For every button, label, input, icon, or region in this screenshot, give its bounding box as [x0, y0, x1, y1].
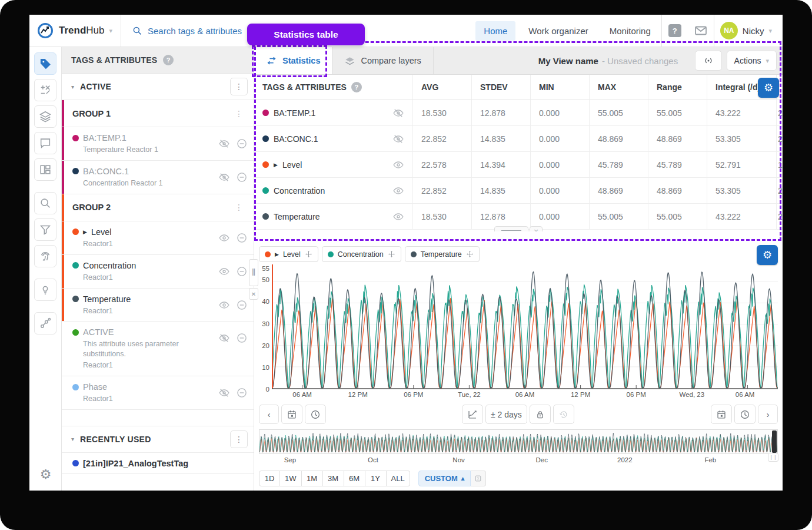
help-circle-icon[interactable]: ?: [351, 82, 362, 92]
messages-button[interactable]: [688, 15, 714, 47]
section-menu-button[interactable]: ⋮: [230, 78, 248, 95]
range-6m-button[interactable]: 6M: [344, 471, 365, 486]
remove-circle-icon[interactable]: [236, 171, 248, 183]
visibility-on-icon[interactable]: [218, 266, 230, 277]
tool-search[interactable]: [34, 192, 56, 214]
move-icon[interactable]: [388, 250, 395, 258]
start-date-button[interactable]: [281, 405, 302, 424]
remove-circle-icon[interactable]: [236, 299, 248, 311]
legend-chip-level[interactable]: ▶ Level: [259, 246, 318, 262]
visibility-off-icon[interactable]: [392, 107, 404, 119]
clear-custom-range-button[interactable]: [471, 471, 486, 486]
duration-button[interactable]: ± 2 days: [485, 405, 527, 424]
context-range-handle[interactable]: [772, 430, 777, 453]
remove-circle-icon[interactable]: [236, 332, 248, 344]
chart-settings-button[interactable]: ⚙: [757, 245, 778, 265]
group-menu-icon[interactable]: ⋮: [231, 201, 247, 213]
move-icon[interactable]: [305, 250, 312, 258]
tool-recommendations[interactable]: [34, 279, 56, 301]
panel-resize-handle[interactable]: [494, 226, 528, 231]
visibility-on-icon[interactable]: [392, 185, 404, 197]
move-icon[interactable]: [466, 250, 474, 258]
tool-layers[interactable]: [34, 105, 56, 128]
live-broadcast-button[interactable]: [695, 51, 722, 71]
nav-link-work-organizer[interactable]: Work organizer: [520, 21, 596, 41]
history-button[interactable]: [553, 405, 574, 424]
nav-link-home[interactable]: Home: [475, 21, 515, 41]
table-settings-button[interactable]: ⚙: [758, 78, 779, 98]
col-header-range[interactable]: Range: [648, 75, 707, 100]
range-custom-button[interactable]: CUSTOM▴: [418, 471, 471, 486]
tool-filter[interactable]: [34, 218, 56, 241]
tool-calculations[interactable]: [34, 79, 56, 101]
actions-button[interactable]: Actions ▾: [727, 51, 777, 71]
trend-plot[interactable]: 55 50 40 30 20 10 0: [272, 264, 778, 389]
tool-fingerprint[interactable]: [34, 245, 56, 267]
visibility-on-icon[interactable]: [218, 232, 230, 244]
remove-circle-icon[interactable]: [236, 387, 248, 399]
nav-link-monitoring[interactable]: Monitoring: [601, 21, 659, 41]
brand[interactable]: TrendHub ▾: [29, 22, 121, 39]
remove-circle-icon[interactable]: [236, 138, 248, 150]
collapse-caret-icon[interactable]: ▾: [71, 436, 74, 442]
tab-compare-layers[interactable]: Compare layers: [332, 47, 433, 74]
visibility-on-icon[interactable]: [392, 211, 404, 223]
visibility-off-icon[interactable]: [218, 387, 230, 399]
tag-item-concentration[interactable]: Concentration Reactor1: [62, 255, 254, 289]
start-time-button[interactable]: [305, 405, 326, 424]
range-1d-button[interactable]: 1D: [259, 471, 280, 486]
tag-item-temperature[interactable]: Temperature Reactor1: [62, 289, 254, 322]
tag-item-phase[interactable]: Phase Reactor1: [62, 376, 254, 410]
sidebar-close-handle[interactable]: ✕: [249, 288, 258, 300]
visibility-off-icon[interactable]: [218, 332, 230, 344]
pan-right-button[interactable]: ›: [758, 405, 778, 424]
tag-item-level[interactable]: ▶Level Reactor1: [62, 221, 254, 255]
tab-statistics[interactable]: Statistics: [254, 47, 332, 74]
trend-compare-button[interactable]: [462, 405, 483, 424]
col-header-avg[interactable]: AVG: [413, 75, 472, 100]
legend-chip-concentration[interactable]: Concentration: [322, 246, 401, 262]
pan-left-button[interactable]: ‹: [259, 405, 279, 424]
search-input[interactable]: Search tags & attributes: [121, 25, 252, 36]
tool-dashboard[interactable]: [34, 158, 56, 181]
visibility-on-icon[interactable]: [218, 299, 230, 311]
user-menu[interactable]: NA Nicky ▾: [714, 22, 783, 39]
tool-context-graph[interactable]: [34, 312, 56, 334]
col-header-stdev[interactable]: STDEV: [472, 75, 531, 100]
col-header-tags[interactable]: TAGS & ATTRIBUTES?: [254, 75, 413, 100]
end-time-button[interactable]: [734, 405, 756, 424]
col-header-max[interactable]: MAX: [590, 75, 648, 100]
range-all-button[interactable]: ALL: [387, 471, 410, 486]
settings-gear-icon[interactable]: ⚙: [29, 467, 62, 482]
tag-item-recent-partial[interactable]: [21in]IP21_AnalogTestTag: [62, 453, 254, 474]
table-row[interactable]: BA:CONC.122.85214.8350.00048.86948.86953…: [254, 126, 783, 152]
visibility-on-icon[interactable]: [392, 159, 404, 171]
help-circle-icon[interactable]: ?: [163, 55, 174, 65]
brand-chevron-down-icon[interactable]: ▾: [109, 27, 112, 35]
section-menu-button[interactable]: ⋮: [230, 430, 248, 448]
remove-circle-icon[interactable]: [236, 232, 248, 244]
range-1y-button[interactable]: 1Y: [365, 471, 387, 486]
end-date-button[interactable]: [711, 405, 732, 424]
group-menu-icon[interactable]: ⋮: [231, 108, 247, 120]
remove-circle-icon[interactable]: [236, 266, 248, 277]
visibility-off-icon[interactable]: [218, 171, 230, 183]
col-header-min[interactable]: MIN: [531, 75, 590, 100]
range-3m-button[interactable]: 3M: [323, 471, 344, 486]
panel-close-button[interactable]: ✕: [530, 226, 543, 231]
tag-item-active-attribute[interactable]: ACTIVE This attribute uses parameter sub…: [62, 322, 254, 376]
table-row[interactable]: Concentration22.85214.8350.00048.86948.8…: [254, 178, 783, 204]
table-row[interactable]: BA:TEMP.118.53012.8780.00055.00555.00543…: [254, 100, 783, 126]
context-overview-strip[interactable]: ❘❘: [259, 429, 778, 454]
table-row[interactable]: ▶Level22.57814.3940.00045.78945.78952.79…: [254, 152, 783, 178]
tool-comments[interactable]: [34, 132, 56, 154]
tag-item-ba-temp-1[interactable]: BA:TEMP.1 Temperature Reactor 1: [62, 127, 254, 161]
visibility-off-icon[interactable]: [218, 138, 230, 150]
tool-tags[interactable]: [34, 52, 56, 75]
legend-chip-temperature[interactable]: Temperature: [405, 246, 480, 262]
sidebar-collapse-handle[interactable]: ‖: [249, 259, 258, 286]
tag-item-ba-conc-1[interactable]: BA:CONC.1 Concentration Reactor 1: [62, 161, 254, 194]
lock-interval-button[interactable]: [530, 405, 551, 424]
range-1w-button[interactable]: 1W: [280, 471, 302, 486]
visibility-off-icon[interactable]: [392, 133, 404, 145]
